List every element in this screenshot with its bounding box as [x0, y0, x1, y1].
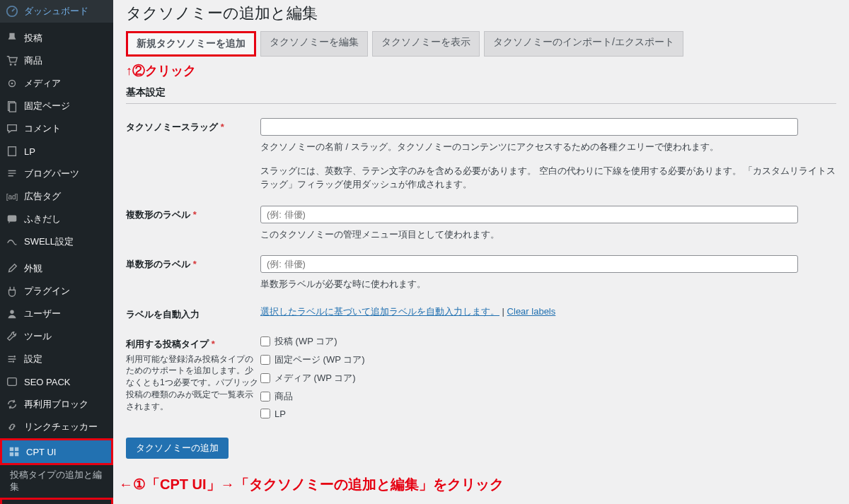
tab-nav: 新規タクソノミーを追加 タクソノミーを編集 タクソノミーを表示 タクソノミーのイ… [126, 31, 836, 57]
menu-settings[interactable]: 設定 [0, 348, 113, 370]
menu-label: 投稿 [24, 32, 42, 45]
label-singular: 単数形のラベル * [126, 255, 260, 271]
menu-products[interactable]: 商品 [0, 49, 113, 72]
menu-posts[interactable]: 投稿 [0, 27, 113, 49]
label-post-types: 利用する投稿タイプ * 利用可能な登録済み投稿タイプのためのサポートを追加します… [126, 335, 260, 413]
menu-lp[interactable]: LP [0, 140, 113, 163]
label-auto: ラベルを自動入力 [126, 305, 260, 321]
svg-rect-14 [15, 447, 18, 451]
link-icon [6, 421, 18, 433]
tool-icon [6, 330, 18, 343]
lp-icon [6, 145, 18, 158]
tab-edit[interactable]: タクソノミーを編集 [260, 31, 368, 57]
cpt-icon [8, 445, 21, 458]
svg-point-10 [13, 356, 16, 358]
chk-label: 商品 [275, 390, 293, 403]
chk-page[interactable] [260, 355, 270, 365]
main-content: タクソノミーの追加と編集 新規タクソノミーを追加 タクソノミーを編集 タクソノミ… [113, 0, 849, 504]
svg-rect-13 [10, 447, 13, 451]
input-plural[interactable] [260, 206, 798, 223]
annotation-step2: ↑②クリック [126, 59, 836, 82]
menu-label: ブログパーツ [24, 168, 79, 180]
input-singular[interactable] [260, 255, 798, 273]
menu-label: リンクチェッカー [24, 421, 98, 433]
menu-swell[interactable]: SWELL設定 [0, 230, 113, 253]
ad-icon: [ad] [6, 190, 18, 203]
brush-icon [6, 262, 18, 275]
annotation-step1: ←①「CPT UI」→「タクソノミーの追加と編集」をクリック [113, 475, 504, 494]
menu-label: ユーザー [24, 307, 61, 320]
menu-label: 固定ページ [24, 100, 70, 112]
menu-cpt-ui[interactable]: CPT UI [0, 438, 113, 465]
svg-rect-15 [10, 452, 13, 456]
menu-label: ツール [24, 330, 52, 343]
menu-label: 商品 [24, 54, 42, 67]
chk-label: LP [275, 409, 286, 419]
chk-label: 投稿 (WP コア) [275, 335, 337, 348]
svg-rect-16 [15, 452, 18, 456]
menu-label: LP [24, 146, 35, 157]
plugin-icon [6, 285, 18, 298]
menu-seopack[interactable]: SEO PACK [0, 370, 113, 393]
help-post-types: 利用可能な登録済み投稿タイプのためのサポートを追加します。少なくとも1つ必要です… [126, 353, 260, 413]
menu-label: CPT UI [26, 447, 56, 457]
submit-add-taxonomy[interactable]: タクソノミーの追加 [126, 438, 229, 459]
admin-sidebar: ダッシュボード 投稿 商品 メディア 固定ページ コメント LP ブログパーツ … [0, 0, 113, 504]
menu-pages[interactable]: 固定ページ [0, 95, 113, 117]
menu-label: 広告タグ [24, 190, 61, 203]
svg-point-2 [14, 64, 16, 66]
tab-add-new[interactable]: 新規タクソノミーを追加 [126, 31, 256, 57]
chk-label: メディア (WP コア) [275, 372, 356, 385]
menu-label: 設定 [24, 353, 42, 365]
tab-view[interactable]: タクソノミーを表示 [372, 31, 480, 57]
chk-lp[interactable] [260, 409, 270, 418]
link-auto-populate[interactable]: 選択したラベルに基づいて追加ラベルを自動入力します。 [260, 306, 499, 317]
chk-post[interactable] [260, 336, 270, 346]
menu-label: ふきだし [24, 213, 61, 225]
menu-blogparts[interactable]: ブログパーツ [0, 163, 113, 185]
menu-label: プラグイン [24, 285, 70, 298]
label-plural: 複数形のラベル * [126, 206, 260, 221]
menu-reusable[interactable]: 再利用ブロック [0, 393, 113, 416]
chk-product[interactable] [260, 392, 270, 402]
svg-point-1 [10, 64, 12, 66]
input-slug[interactable] [260, 118, 798, 136]
link-separator: | [499, 306, 507, 317]
tab-import-export[interactable]: タクソノミーのインポート/エクスポート [484, 31, 683, 57]
menu-tools[interactable]: ツール [0, 325, 113, 348]
menu-comments[interactable]: コメント [0, 117, 113, 140]
submenu-add-post-type[interactable]: 投稿タイプの追加と編集 [0, 465, 113, 498]
menu-label: SEO PACK [24, 377, 71, 387]
chk-media[interactable] [260, 373, 270, 383]
svg-rect-8 [8, 216, 17, 222]
menu-label: メディア [24, 77, 61, 90]
cart-icon [6, 54, 18, 67]
menu-label: ダッシュボード [24, 5, 88, 18]
chk-label: 固定ページ (WP コア) [275, 353, 365, 366]
menu-fukidashi[interactable]: ふきだし [0, 208, 113, 230]
pin-icon [6, 32, 18, 45]
label-slug: タクソノミースラッグ * [126, 118, 260, 134]
submenu-add-taxonomy[interactable]: タクソノミーの追加と編集 [0, 498, 113, 504]
settings-icon [6, 353, 18, 365]
menu-label: 外観 [24, 262, 42, 275]
menu-ad[interactable]: [ad]広告タグ [0, 185, 113, 208]
menu-dashboard[interactable]: ダッシュボード [0, 0, 113, 23]
swell-icon [6, 235, 18, 248]
section-basic-settings: 基本設定 [126, 82, 836, 104]
user-icon [6, 307, 18, 320]
menu-media[interactable]: メディア [0, 72, 113, 95]
reuse-icon [6, 398, 18, 411]
svg-point-9 [10, 310, 13, 314]
menu-appearance[interactable]: 外観 [0, 257, 113, 280]
menu-plugins[interactable]: プラグイン [0, 280, 113, 303]
menu-users[interactable]: ユーザー [0, 303, 113, 325]
link-clear-labels[interactable]: Clear labels [507, 306, 556, 317]
chat-icon [6, 213, 18, 225]
svg-point-4 [11, 83, 13, 85]
menu-label: コメント [24, 122, 61, 135]
text-icon [6, 168, 18, 180]
desc-plural: このタクソノミーの管理メニュー項目として使われます。 [260, 228, 836, 242]
menu-linkchecker[interactable]: リンクチェッカー [0, 416, 113, 438]
svg-rect-7 [8, 147, 16, 156]
